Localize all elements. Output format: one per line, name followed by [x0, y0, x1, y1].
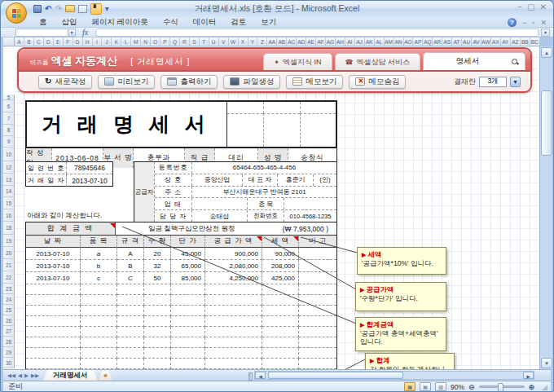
ceo-label[interactable]: 대 표 자 — [243, 174, 278, 186]
table-cell[interactable]: 2,080,000 — [205, 260, 262, 272]
table-cell[interactable] — [171, 284, 205, 295]
table-cell[interactable] — [171, 348, 205, 359]
ceo-value[interactable]: 홍준기 — [278, 174, 314, 186]
resize-grip[interactable]: ◢ — [542, 383, 547, 391]
row-header[interactable]: 10 — [3, 148, 15, 161]
column-header[interactable]: O — [151, 37, 160, 46]
contact-label[interactable]: 담 당 자 — [155, 210, 192, 222]
table-cell[interactable] — [117, 306, 144, 316]
table-cell[interactable] — [299, 306, 336, 316]
table-cell[interactable] — [26, 359, 81, 369]
column-header[interactable]: F — [64, 37, 73, 46]
table-cell[interactable] — [117, 284, 144, 295]
select-all-corner[interactable] — [3, 37, 15, 46]
insert-sheet-icon[interactable]: ✱ — [99, 371, 112, 381]
column-header[interactable]: AX — [491, 37, 501, 46]
table-cell[interactable] — [26, 295, 81, 306]
search-input[interactable]: 명세서 — [424, 56, 512, 67]
page-break-view-button[interactable]: ▥ — [435, 382, 446, 391]
table-cell[interactable]: b — [81, 260, 117, 272]
document-info-row[interactable]: 작 성 일 2013-06-08 부 서 명 총무과 직 급 대리 성 명 송창… — [25, 148, 337, 162]
zoom-out-icon[interactable]: ⊖ — [468, 383, 475, 391]
column-header[interactable]: V — [219, 37, 229, 46]
table-cell[interactable] — [117, 295, 144, 306]
table-header-7[interactable]: 비 고 — [299, 236, 336, 248]
sheet-grid[interactable]: 5678910121314151618192021222324252627282… — [3, 46, 552, 369]
column-header[interactable]: L — [121, 37, 131, 46]
table-cell[interactable] — [262, 316, 299, 327]
table-cell[interactable] — [299, 284, 336, 295]
workbook-minimize-button[interactable]: − — [522, 19, 526, 27]
column-header[interactable]: Q — [170, 37, 180, 46]
table-cell[interactable] — [171, 306, 205, 316]
column-header[interactable]: AP — [413, 37, 423, 46]
table-cell[interactable] — [299, 295, 336, 306]
table-cell[interactable] — [81, 295, 117, 306]
table-cell[interactable]: A — [117, 248, 144, 260]
table-cell[interactable] — [205, 327, 262, 337]
horizontal-scrollbar[interactable]: ◀ ▶ — [254, 371, 534, 380]
ribbon-tab-1[interactable]: 삽입 — [55, 17, 85, 28]
calc-note-line[interactable]: 아래와 같이 계산합니다. — [27, 211, 102, 221]
column-header[interactable]: BC — [530, 37, 540, 46]
table-cell[interactable] — [262, 348, 299, 359]
table-cell[interactable]: 45,000 — [171, 248, 205, 260]
row-header[interactable]: 19 — [3, 235, 15, 247]
table-cell[interactable] — [117, 316, 144, 327]
workbook-close-button[interactable]: ✕ — [540, 19, 547, 27]
table-cell[interactable] — [117, 337, 144, 348]
table-cell[interactable] — [81, 348, 117, 359]
ribbon-tab-0[interactable]: 홈 — [32, 17, 55, 28]
column-header[interactable]: S — [190, 37, 200, 46]
search-icon[interactable] — [512, 59, 518, 65]
formula-input[interactable] — [95, 29, 539, 37]
table-cell[interactable]: 20 — [144, 248, 171, 260]
tab-split-handle[interactable] — [248, 372, 253, 381]
bizitem-value[interactable] — [284, 198, 336, 209]
items-table[interactable]: 합 계 금 액 일금 칠백구십오만삼천 원정 (₩ 7,953,000 ) 날 … — [25, 222, 337, 369]
table-cell[interactable] — [262, 337, 299, 348]
column-header[interactable]: BB — [521, 37, 530, 46]
reg-value[interactable]: 65464-655-465-4-456 — [192, 162, 336, 174]
table-header-5[interactable]: 공 급 가 액 — [205, 236, 262, 248]
table-cell[interactable] — [205, 337, 262, 348]
column-header[interactable]: Z — [257, 37, 267, 46]
biztype-label[interactable]: 업 태 — [155, 198, 192, 209]
table-cell[interactable] — [26, 284, 81, 295]
table-cell[interactable] — [117, 327, 144, 337]
help-icon[interactable]: ? — [508, 18, 517, 27]
row-header[interactable]: 24 — [3, 294, 15, 305]
total-row[interactable]: 합 계 금 액 일금 칠백구십오만삼천 원정 (₩ 7,953,000 ) — [26, 222, 336, 236]
column-header[interactable]: AE — [306, 37, 316, 46]
row-header[interactable]: 28 — [3, 337, 15, 347]
table-cell[interactable] — [144, 306, 171, 316]
last-sheet-icon[interactable]: ▶▶ — [31, 372, 39, 379]
column-header[interactable]: AB — [277, 37, 287, 46]
table-cell[interactable]: 2013-07-10 — [26, 260, 81, 272]
toolbar-button-0[interactable]: ↻새로작성 — [38, 75, 92, 89]
column-header[interactable]: U — [209, 37, 219, 46]
table-cell[interactable] — [171, 295, 205, 306]
serial-label[interactable]: 일 련 번 호 — [26, 162, 67, 174]
insert-function-icon[interactable]: fx — [82, 28, 88, 37]
row-header[interactable]: 16 — [3, 209, 15, 222]
table-cell[interactable]: 90,000 — [262, 248, 299, 260]
row-header[interactable]: 6 — [3, 100, 15, 112]
row-header[interactable]: 27 — [3, 326, 15, 337]
column-header[interactable]: AA — [267, 37, 277, 46]
scroll-left-icon[interactable]: ◀ — [255, 372, 266, 379]
prev-sheet-icon[interactable]: ◀ — [18, 372, 22, 379]
table-cell[interactable] — [81, 284, 117, 295]
table-cell[interactable] — [26, 337, 81, 348]
address-label[interactable]: 주 소 — [155, 187, 192, 198]
table-cell[interactable] — [262, 284, 299, 295]
column-header[interactable]: P — [160, 37, 170, 46]
column-header[interactable]: AS — [442, 37, 452, 46]
table-cell[interactable]: 50 — [144, 272, 171, 284]
column-header[interactable]: AL — [375, 37, 385, 46]
table-cell[interactable] — [262, 327, 299, 337]
column-header[interactable]: AD — [297, 37, 306, 46]
table-cell[interactable] — [26, 327, 81, 337]
table-cell[interactable] — [144, 327, 171, 337]
column-header[interactable]: E — [54, 37, 64, 46]
